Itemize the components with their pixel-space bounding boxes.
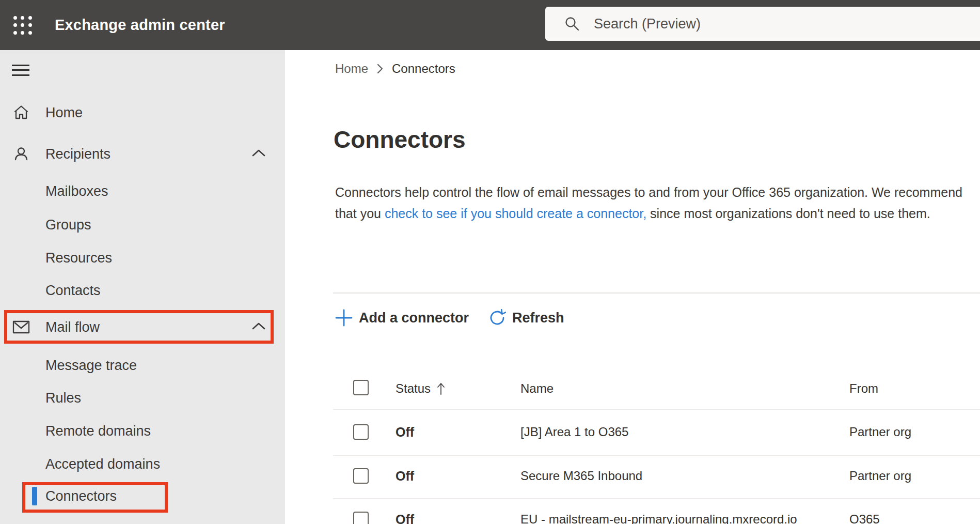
sidebar-nav: Home Recipients Mailboxes Groups Reso [0,50,285,524]
main-content: Home Connectors Connectors Connectors he… [285,50,980,524]
app-launcher-waffle-icon[interactable] [11,14,34,37]
page-title: Connectors [334,126,466,153]
sidebar-item-home[interactable]: Home [0,100,285,125]
cell-from: Partner org [849,468,911,484]
search-box[interactable] [545,7,980,41]
search-icon [564,16,580,32]
cell-status: Off [396,468,414,484]
column-header-from[interactable]: From [849,381,878,396]
chevron-right-icon [376,63,384,75]
sidebar-item-mail-flow[interactable]: Mail flow [0,315,285,340]
chevron-up-icon [252,149,265,159]
mail-icon [12,318,30,336]
add-connector-button[interactable]: Add a connector [335,309,469,327]
cell-name: Secure M365 Inbound [520,468,642,484]
plus-icon [335,309,353,327]
breadcrumb: Home Connectors [335,61,455,76]
refresh-icon [488,309,506,327]
cell-status: Off [396,512,414,524]
cell-name: EU - mailstream-eu-primary.journaling.mx… [520,512,797,524]
page-description: Connectors help control the flow of emai… [335,182,971,224]
select-all-checkbox[interactable] [353,380,369,395]
row-checkbox[interactable] [353,468,369,484]
selected-item-accent-bar [32,487,37,505]
sidebar-item-groups[interactable]: Groups [0,212,285,237]
cell-from: O365 [849,512,880,524]
divider [333,292,980,294]
sidebar-item-mailboxes[interactable]: Mailboxes [0,179,285,204]
sidebar-item-recipients[interactable]: Recipients [0,142,285,166]
command-bar: Add a connector Refresh [335,306,564,329]
home-icon [12,104,30,121]
sidebar-item-rules[interactable]: Rules [0,386,285,410]
sidebar-item-remote-domains[interactable]: Remote domains [0,419,285,443]
column-header-name[interactable]: Name [520,381,554,396]
breadcrumb-current: Connectors [392,61,455,76]
sidebar-item-resources[interactable]: Resources [0,245,285,270]
row-checkbox[interactable] [353,424,369,440]
sidebar-item-message-trace[interactable]: Message trace [0,353,285,378]
sort-ascending-icon [437,381,445,396]
divider [333,498,980,499]
sidebar-item-contacts[interactable]: Contacts [0,278,285,303]
description-text: since most organizations don't need to u… [646,206,930,221]
row-checkbox[interactable] [353,512,369,524]
cell-name: [JB] Area 1 to O365 [520,424,628,440]
top-bar: Exchange admin center [0,0,980,50]
breadcrumb-home-link[interactable]: Home [335,61,368,76]
refresh-button[interactable]: Refresh [488,309,564,327]
cell-from: Partner org [849,424,911,440]
person-icon [12,145,30,163]
hamburger-menu-icon[interactable] [12,65,29,76]
app-title: Exchange admin center [55,0,225,50]
chevron-up-icon [252,322,265,332]
sidebar-item-connectors[interactable]: Connectors [0,484,285,508]
cell-status: Off [396,424,414,440]
create-connector-check-link[interactable]: check to see if you should create a conn… [385,206,646,221]
divider [333,455,980,456]
sidebar-item-accepted-domains[interactable]: Accepted domains [0,452,285,476]
column-header-status[interactable]: Status [396,381,445,396]
divider [333,409,980,410]
exchange-admin-center-window: Exchange admin center Home [0,0,980,524]
search-input[interactable] [594,16,904,32]
